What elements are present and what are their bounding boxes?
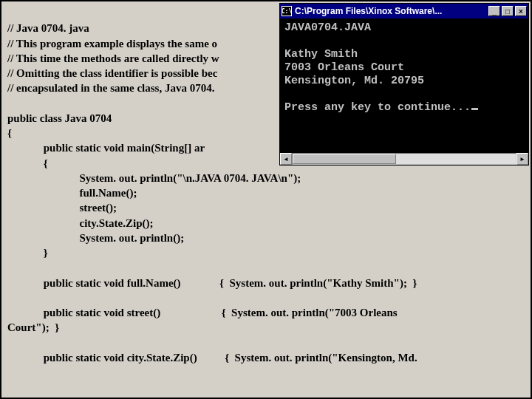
comment-line: // This program example displays the sam… bbox=[7, 38, 217, 50]
output-line: Kathy Smith bbox=[284, 48, 358, 61]
scroll-track[interactable] bbox=[292, 153, 516, 165]
code-line: public static void city.State.Zip() { Sy… bbox=[7, 352, 417, 364]
code-line: public class Java 0704 bbox=[7, 112, 112, 124]
maximize-button[interactable]: □ bbox=[502, 6, 514, 16]
window-title: C:\Program Files\Xinox Software\... bbox=[295, 6, 488, 16]
code-line: public static void main(String[] ar bbox=[7, 142, 205, 154]
code-line: { bbox=[7, 157, 48, 169]
title-bar[interactable]: C:\ C:\Program Files\Xinox Software\... … bbox=[280, 4, 528, 18]
code-line: public static void full.Name() { System.… bbox=[7, 277, 417, 289]
cmd-icon: C:\ bbox=[282, 6, 292, 16]
console-output: JAVA0704.JAVA Kathy Smith 7003 Orleans C… bbox=[280, 18, 528, 153]
scroll-right-button[interactable]: ► bbox=[516, 153, 528, 165]
output-line: JAVA0704.JAVA bbox=[284, 21, 371, 34]
code-line: Court"); } bbox=[7, 321, 59, 333]
comment-line: // Omitting the class identifier is poss… bbox=[7, 67, 217, 79]
horizontal-scrollbar[interactable]: ◄ ► bbox=[280, 153, 528, 165]
code-line: street(); bbox=[7, 202, 117, 214]
output-line: 7003 Orleans Court bbox=[284, 61, 404, 74]
output-line: Press any key to continue... bbox=[284, 101, 471, 114]
minimize-button[interactable]: _ bbox=[488, 6, 500, 16]
code-line: } bbox=[7, 247, 48, 259]
code-line: city.State.Zip(); bbox=[7, 217, 153, 229]
code-line: public static void street() { System. ou… bbox=[7, 307, 398, 318]
cursor-icon bbox=[471, 108, 478, 110]
scroll-left-button[interactable]: ◄ bbox=[280, 153, 292, 165]
code-line: System. out. println("\n.JAVA 0704. JAVA… bbox=[7, 172, 301, 184]
console-window: C:\ C:\Program Files\Xinox Software\... … bbox=[279, 3, 529, 166]
comment-line: // encapsulated in the same class, Java … bbox=[7, 82, 214, 94]
close-button[interactable]: × bbox=[515, 6, 527, 16]
code-line: { bbox=[7, 127, 12, 139]
code-line: System. out. println(); bbox=[7, 232, 184, 244]
comment-line: // Java 0704. java bbox=[7, 22, 89, 34]
code-line: full.Name(); bbox=[7, 187, 137, 199]
scroll-thumb[interactable] bbox=[293, 154, 396, 164]
output-line: Kensington, Md. 20795 bbox=[284, 75, 424, 87]
comment-line: // This time the methods are called dire… bbox=[7, 52, 219, 64]
